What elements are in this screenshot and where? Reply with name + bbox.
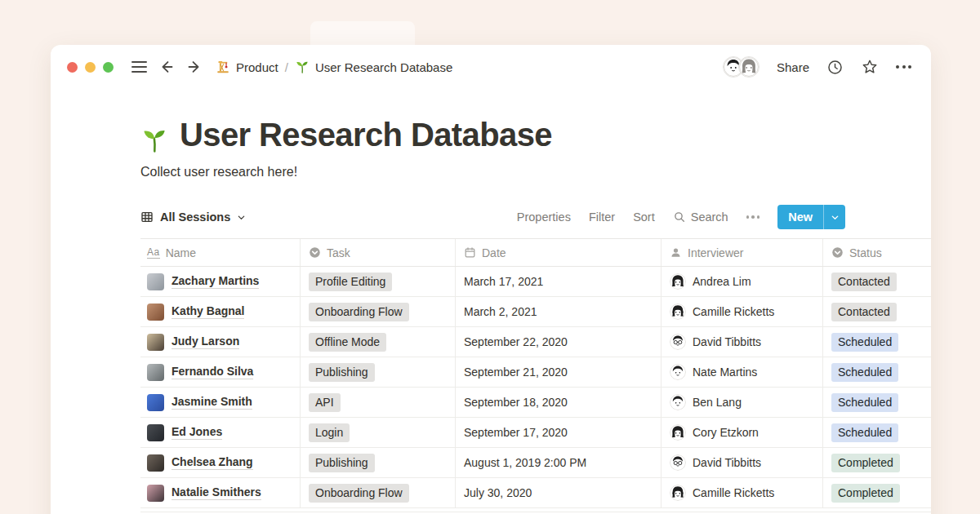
database-table: AaNameTaskDateInterviewerStatus Zachary …: [140, 238, 931, 512]
table-row[interactable]: Chelsea Zhang Publishing August 1, 2019 …: [140, 448, 931, 478]
status-badge: Scheduled: [831, 363, 898, 382]
date-cell: March 2, 2021: [455, 297, 661, 326]
status-badge: Scheduled: [831, 423, 898, 442]
table-row[interactable]: Zachary Martins Profile Editing March 17…: [140, 267, 931, 297]
interviewer-name: Ben Lang: [693, 396, 742, 409]
status-badge: Contacted: [831, 303, 897, 321]
interviewer-name: Cory Etzkorn: [693, 426, 759, 439]
app-window: Product / User Research Database Share: [51, 45, 931, 514]
interviewer-avatar: [670, 334, 686, 350]
interviewer-avatar: [670, 454, 686, 471]
new-button-label[interactable]: New: [777, 205, 823, 229]
status-badge: Scheduled: [831, 333, 898, 352]
column-header-label: Date: [482, 246, 506, 259]
avatar: [147, 394, 164, 411]
table-row[interactable]: Jasmine Smith API September 18, 2020 Ben…: [140, 388, 931, 418]
date-cell: August 1, 2019 2:00 PM: [455, 448, 661, 477]
table-row[interactable]: Fernando Silva Publishing September 21, …: [140, 357, 931, 388]
updates-clock-icon[interactable]: [826, 59, 844, 76]
view-switcher[interactable]: All Sessions: [140, 210, 246, 224]
interviewer-name: David Tibbitts: [693, 335, 761, 348]
date-cell: September 22, 2020: [455, 327, 661, 357]
column-header-task[interactable]: Task: [300, 239, 455, 266]
avatar: [147, 424, 164, 441]
interviewer-avatar: [670, 394, 686, 410]
new-button[interactable]: New: [777, 205, 845, 229]
seedling-icon: [140, 126, 168, 154]
session-name-link[interactable]: Kathy Bagnal: [172, 304, 244, 319]
window-titlebar: Product / User Research Database Share: [51, 45, 931, 89]
close-button[interactable]: [67, 62, 78, 73]
session-name-link[interactable]: Natalie Smithers: [172, 485, 261, 500]
breadcrumb-item-page[interactable]: User Research Database: [295, 60, 452, 74]
avatar: [147, 273, 164, 290]
table-row[interactable]: Natalie Smithers Onboarding Flow July 30…: [140, 478, 931, 508]
avatar: [147, 304, 164, 321]
page-title: User Research Database: [180, 115, 552, 154]
more-options-icon[interactable]: [896, 65, 911, 69]
share-button[interactable]: Share: [777, 60, 809, 74]
breadcrumb-item-product[interactable]: Product: [216, 60, 278, 74]
seedling-icon: [295, 60, 310, 74]
column-header-name[interactable]: AaName: [140, 239, 300, 266]
table-row[interactable]: Ed Jones Login September 17, 2020 Cory E…: [140, 418, 931, 448]
table-header-row: AaNameTaskDateInterviewerStatus: [140, 238, 931, 267]
avatar: [147, 485, 164, 502]
column-header-label: Task: [327, 246, 350, 259]
task-tag: Onboarding Flow: [309, 484, 409, 503]
forward-arrow-icon[interactable]: [185, 58, 203, 76]
table-row[interactable]: Judy Larson Offline Mode September 22, 2…: [140, 327, 931, 357]
session-name-link[interactable]: Zachary Martins: [172, 274, 259, 289]
date-cell: September 17, 2020: [455, 418, 661, 447]
interviewer-avatar: [670, 273, 686, 290]
collaborator-avatar: [738, 56, 760, 78]
page-description: Collect user research here!: [140, 164, 931, 179]
traffic-lights: [67, 62, 114, 73]
task-tag: Publishing: [309, 454, 375, 472]
breadcrumb: Product / User Research Database: [216, 60, 452, 74]
avatar: [147, 454, 164, 472]
favorite-star-icon[interactable]: [861, 58, 879, 76]
menu-icon[interactable]: [131, 59, 147, 76]
properties-button[interactable]: Properties: [517, 210, 571, 224]
zoom-button[interactable]: [103, 62, 114, 73]
search-button[interactable]: Search: [673, 210, 728, 224]
task-tag: Publishing: [309, 363, 375, 382]
column-header-status[interactable]: Status: [822, 239, 931, 266]
filter-button[interactable]: Filter: [589, 210, 615, 224]
task-tag: Profile Editing: [309, 273, 392, 291]
interviewer-avatar: [670, 364, 686, 380]
status-badge: Completed: [831, 454, 900, 472]
status-badge: Scheduled: [831, 393, 898, 412]
back-arrow-icon[interactable]: [158, 58, 176, 76]
column-header-interviewer[interactable]: Interviewer: [661, 239, 822, 266]
interviewer-name: Andrea Lim: [693, 275, 751, 288]
status-badge: Completed: [831, 484, 900, 503]
toolbar-more-icon[interactable]: [746, 215, 760, 219]
task-tag: Login: [309, 423, 350, 442]
select-icon: [309, 246, 321, 259]
collaborator-avatars[interactable]: [723, 56, 760, 78]
column-header-date[interactable]: Date: [455, 239, 661, 266]
date-cell: September 18, 2020: [455, 388, 661, 417]
session-name-link[interactable]: Chelsea Zhang: [172, 455, 253, 470]
session-name-link[interactable]: Fernando Silva: [172, 365, 253, 379]
interviewer-name: Camille Ricketts: [693, 486, 774, 499]
task-tag: Onboarding Flow: [309, 303, 409, 321]
table-row[interactable]: Kathy Bagnal Onboarding Flow March 2, 20…: [140, 297, 931, 327]
avatar: [147, 334, 164, 351]
column-header-label: Name: [166, 246, 196, 259]
date-cell: September 21, 2020: [455, 357, 661, 387]
session-name-link[interactable]: Jasmine Smith: [172, 395, 252, 410]
table-view-icon: [140, 210, 154, 224]
date-cell: July 30, 2020: [455, 478, 661, 507]
status-badge: Contacted: [831, 273, 897, 291]
minimize-button[interactable]: [85, 62, 96, 73]
session-name-link[interactable]: Judy Larson: [172, 335, 239, 349]
column-header-label: Interviewer: [688, 246, 743, 259]
breadcrumb-separator: /: [285, 60, 288, 74]
sort-button[interactable]: Sort: [633, 210, 655, 224]
table-row-partial: [140, 508, 931, 512]
session-name-link[interactable]: Ed Jones: [172, 425, 222, 440]
new-dropdown-chevron-icon[interactable]: [823, 205, 845, 229]
